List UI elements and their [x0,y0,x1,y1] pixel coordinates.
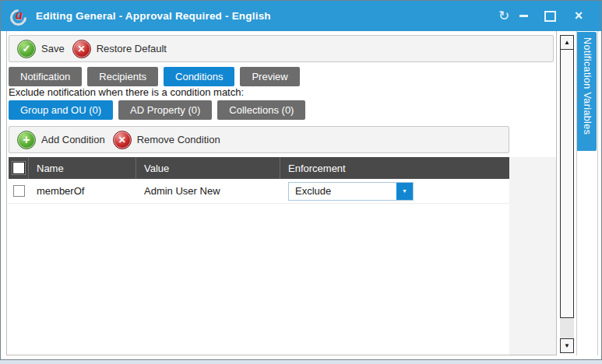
scroll-up-icon: ▲ [564,39,570,46]
tab-group-and-ou[interactable]: Group and OU (0) [9,100,113,120]
select-all-checkbox[interactable] [12,162,25,174]
logo-letter: a [16,7,23,23]
enforcement-dropdown[interactable]: Exclude ▼ [288,182,414,201]
notification-variables-label: Notification Variables [582,32,593,151]
table-row: memberOf Admin User New Exclude ▼ [9,179,511,204]
tab-collections[interactable]: Collections (0) [217,100,305,120]
close-button[interactable]: × [569,1,589,31]
remove-condition-label: Remove Condition [137,134,220,145]
condition-type-tab-bar: Group and OU (0) AD Property (0) Collect… [9,100,305,120]
minimize-icon [519,15,528,17]
condition-toolbar: + Add Condition ✕ Remove Condition [9,126,509,153]
tab-conditions[interactable]: Conditions [164,67,234,86]
scroll-down-icon: ▼ [564,342,570,349]
restore-x-icon: ✕ [72,40,91,58]
main-tab-bar: Notification Recipients Conditions Previ… [9,67,300,86]
scroll-down-button[interactable]: ▼ [560,338,574,353]
header-checkbox-cell [9,157,29,179]
scroll-up-button[interactable]: ▲ [560,35,574,50]
row-value: Admin User New [136,185,280,197]
tab-preview[interactable]: Preview [240,67,299,86]
chevron-down-icon: ▼ [402,188,407,194]
add-plus-icon: + [17,131,36,149]
exclude-condition-caption: Exclude notification when there is a con… [9,86,244,98]
restore-default-button[interactable]: ✕ Restore Default [72,40,167,58]
tab-ad-property[interactable]: AD Property (0) [118,100,212,120]
grid-right-filler [509,157,556,355]
header-name: Name [29,157,136,179]
dropdown-button[interactable]: ▼ [396,183,413,200]
maximize-icon [544,11,556,22]
row-name: memberOf [29,185,136,197]
tab-recipients[interactable]: Recipients [87,67,158,86]
window-title: Editing General - Approval Required - En… [36,1,271,31]
close-icon: × [575,8,583,24]
main-toolbar: ✓ Save ✕ Restore Default [9,35,554,62]
row-checkbox[interactable] [13,185,25,197]
dialog-window: a Editing General - Approval Required - … [0,0,602,360]
scrollbar-thumb[interactable] [560,49,574,318]
minimize-button[interactable] [513,1,533,31]
header-enforcement: Enforcement [280,157,511,179]
notification-variables-tab[interactable]: Notification Variables [577,32,597,151]
add-condition-label: Add Condition [41,134,105,145]
save-check-icon: ✓ [17,40,36,58]
remove-condition-button[interactable]: ✕ Remove Condition [113,131,220,149]
vertical-scrollbar[interactable]: ▲ ▼ [560,35,574,353]
save-button[interactable]: ✓ Save [17,40,65,58]
maximize-button[interactable] [540,1,560,31]
refresh-icon: ↻ [498,8,509,24]
refresh-button[interactable]: ↻ [494,1,514,31]
row-checkbox-cell [9,185,29,197]
remove-x-icon: ✕ [113,131,132,149]
tab-notification[interactable]: Notification [9,67,82,86]
restore-default-label: Restore Default [97,43,167,54]
enforcement-selected-value: Exclude [289,183,396,200]
title-bar: a Editing General - Approval Required - … [1,1,601,31]
app-logo-icon: a [10,7,29,26]
row-enforcement-cell: Exclude ▼ [280,182,511,201]
add-condition-button[interactable]: + Add Condition [17,131,105,149]
content-panel: ✓ Save ✕ Restore Default Notification Re… [6,31,557,355]
header-value: Value [136,157,280,179]
conditions-table-header: Name Value Enforcement [9,157,511,179]
save-label: Save [41,43,65,54]
